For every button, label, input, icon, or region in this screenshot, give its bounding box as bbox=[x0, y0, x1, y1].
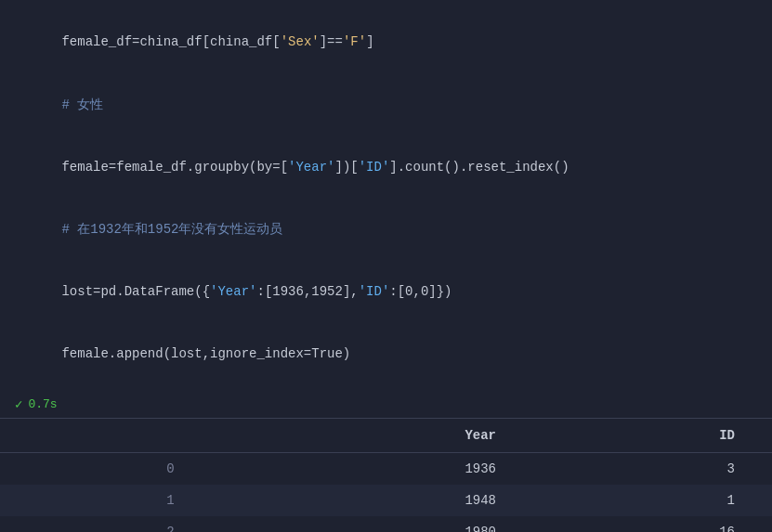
code-text: 'Sex' bbox=[281, 34, 320, 49]
code-text: 'Year' bbox=[210, 284, 256, 299]
col-header-id: ID bbox=[515, 419, 772, 453]
table-row: 0 1936 3 bbox=[0, 453, 772, 486]
execution-status: ✓ 0.7s bbox=[0, 393, 772, 418]
table-row: 1 1948 1 bbox=[0, 485, 772, 516]
output-table: Year ID 0 1936 3 1 1948 1 2 1980 16 3 19… bbox=[0, 419, 772, 532]
cell-id: 3 bbox=[515, 453, 772, 486]
code-line-3: female=female_df.groupby(by=['Year'])['I… bbox=[15, 136, 757, 198]
cell-index: 0 bbox=[0, 453, 193, 486]
code-text: ].count().reset_index() bbox=[389, 160, 569, 175]
col-header-index bbox=[0, 419, 193, 453]
notebook-cell: female_df=china_df[china_df['Sex']=='F']… bbox=[0, 0, 772, 532]
code-line-5: lost=pd.DataFrame({'Year':[1936,1952],'I… bbox=[15, 261, 757, 323]
code-line-2: # 女性 bbox=[15, 73, 757, 136]
code-text: 'Year' bbox=[288, 160, 334, 175]
cell-index: 2 bbox=[0, 516, 193, 532]
code-text: ] bbox=[366, 34, 373, 49]
code-text: female_df=china_df[china_df[ bbox=[61, 34, 280, 49]
code-text: ])[ bbox=[334, 160, 358, 175]
code-comment: # 在1932年和1952年没有女性运动员 bbox=[61, 222, 282, 237]
code-line-6: female.append(lost,ignore_index=True) bbox=[15, 323, 757, 385]
code-text: :[1936,1952], bbox=[256, 284, 358, 299]
code-line-1: female_df=china_df[china_df['Sex']=='F'] bbox=[15, 11, 757, 73]
table-row: 2 1980 16 bbox=[0, 516, 772, 532]
code-text: 'F' bbox=[343, 34, 366, 49]
code-text: 'ID' bbox=[359, 160, 390, 175]
code-text: female=female_df.groupby(by=[ bbox=[61, 160, 288, 175]
col-header-year: Year bbox=[193, 419, 515, 453]
code-text: 'ID' bbox=[359, 284, 390, 299]
code-comment: # 女性 bbox=[61, 97, 103, 112]
cell-index: 1 bbox=[0, 485, 193, 516]
code-block: female_df=china_df[china_df['Sex']=='F']… bbox=[0, 0, 772, 393]
table-header-row: Year ID bbox=[0, 419, 772, 453]
code-text: ]== bbox=[320, 34, 343, 49]
code-text: :[0,0]}) bbox=[389, 284, 451, 299]
code-text: female.append(lost,ignore_index=True) bbox=[61, 346, 350, 361]
cell-year: 1936 bbox=[193, 453, 515, 486]
cell-id: 1 bbox=[515, 485, 772, 516]
cell-year: 1948 bbox=[193, 485, 515, 516]
cell-id: 16 bbox=[515, 516, 772, 532]
data-table: Year ID 0 1936 3 1 1948 1 2 1980 16 3 19… bbox=[0, 419, 772, 532]
code-text: lost=pd.DataFrame({ bbox=[61, 284, 210, 299]
table-body: 0 1936 3 1 1948 1 2 1980 16 3 1984 154 4… bbox=[0, 453, 772, 532]
execution-time: 0.7s bbox=[28, 397, 57, 411]
checkmark-icon: ✓ bbox=[15, 396, 22, 412]
code-line-4: # 在1932年和1952年没有女性运动员 bbox=[15, 199, 757, 261]
cell-year: 1980 bbox=[193, 516, 515, 532]
